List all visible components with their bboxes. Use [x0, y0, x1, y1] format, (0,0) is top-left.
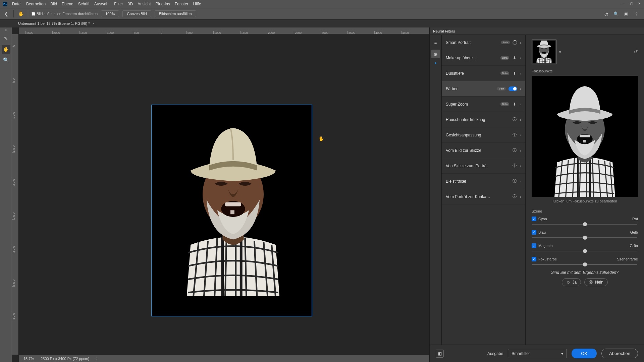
slider-knob[interactable] — [583, 236, 587, 240]
feedback-no-button[interactable]: ☹Nein — [584, 278, 608, 286]
info-icon[interactable]: ⓘ — [512, 163, 517, 169]
status-zoom[interactable]: 15,7% — [23, 357, 34, 361]
slider-track[interactable] — [532, 264, 637, 265]
menu-fenster[interactable]: Fenster — [175, 2, 189, 6]
menu-3d[interactable]: 3D — [128, 2, 133, 6]
menu-bearbeiten[interactable]: Bearbeiten — [26, 2, 46, 6]
filter-row[interactable]: Vom Bild zur Skizzeⓘ› — [442, 143, 525, 158]
slider-checkbox[interactable]: ✓ — [532, 230, 536, 235]
slider-knob[interactable] — [583, 262, 587, 266]
loading-icon — [513, 40, 517, 45]
output-select[interactable]: Smartfilter▾ — [508, 349, 567, 358]
filter-row[interactable]: FärbenBeta› — [442, 81, 525, 97]
chevron-down-icon[interactable]: ▾ — [559, 50, 561, 54]
menu-schrift[interactable]: Schrift — [78, 2, 90, 6]
ruler-tick: 4 0 0 — [12, 312, 15, 320]
slider-checkbox[interactable]: ✓ — [532, 257, 536, 261]
ruler-tick: 2500 — [25, 31, 33, 34]
options-bar: ❮ ✋ Bildlauf in allen Fenstern durchführ… — [0, 8, 644, 19]
ruler-tick: 3500 — [347, 31, 355, 34]
cancel-button[interactable]: Abbrechen — [601, 349, 638, 358]
info-icon[interactable]: ⓘ — [512, 117, 517, 122]
hand-tool[interactable]: ✋ — [2, 45, 10, 54]
preview-toggle-icon[interactable]: ◧ — [436, 350, 444, 358]
slider-knob[interactable] — [583, 249, 587, 253]
close-icon[interactable]: ✕ — [637, 1, 642, 6]
scroll-all-checkbox[interactable]: Bildlauf in allen Fenstern durchführen — [32, 12, 98, 16]
edit-toolbar-icon[interactable]: ✎ — [2, 34, 10, 43]
filter-row[interactable]: Von Skizze zum Porträtⓘ› — [442, 158, 525, 174]
ruler-tick: 3000 — [321, 31, 328, 34]
filter-row[interactable]: Bleistiftfilterⓘ› — [442, 174, 525, 189]
filter-row[interactable]: Gesichtsanpassungⓘ› — [442, 127, 525, 143]
ruler-vertical[interactable]: 05 01 0 01 5 02 0 02 5 03 0 03 5 04 0 0 — [12, 34, 19, 355]
menu-ebene[interactable]: Ebene — [62, 2, 73, 6]
canvas-area[interactable]: 2500200015001000500050010001500200025003… — [12, 27, 429, 362]
ruler-tick: 2000 — [267, 31, 275, 34]
menu-datei[interactable]: Datei — [12, 2, 21, 6]
fit-screen-button[interactable]: Ganzes Bild — [122, 10, 151, 17]
panel-category-tabs: ≡ ◉ — [430, 35, 442, 345]
slider-left-label: Magenta — [538, 244, 553, 248]
download-icon[interactable]: ⬇ — [512, 102, 517, 107]
info-icon[interactable]: ⓘ — [512, 147, 517, 153]
menu-bar: Ps Datei Bearbeiten Bild Ebene Schrift A… — [0, 0, 644, 8]
menu-ansicht[interactable]: Ansicht — [138, 2, 151, 6]
slider-track[interactable] — [532, 251, 637, 251]
ruler-tick: 5 0 — [12, 78, 15, 83]
scene-label: Szene — [532, 209, 638, 213]
minimize-icon[interactable]: — — [621, 1, 626, 6]
download-icon[interactable]: ⬇ — [512, 56, 517, 60]
menu-plugins[interactable]: Plug-ins — [156, 2, 170, 6]
ok-button[interactable]: OK — [572, 349, 597, 358]
slider-track[interactable] — [532, 224, 637, 225]
category-all-icon[interactable]: ≡ — [431, 38, 440, 47]
filter-row[interactable]: Make-up übertr…Beta⬇› — [442, 50, 525, 66]
menu-filter[interactable]: Filter — [114, 2, 123, 6]
search-icon[interactable]: 🔍 — [613, 11, 619, 17]
filter-row[interactable]: DunsttiefeBeta⬇› — [442, 66, 525, 81]
face-thumbnail[interactable] — [532, 40, 556, 64]
tool-strip: ⠿ ✎ ✋ 🔍 — [0, 27, 12, 362]
ruler-tick: 0 — [160, 31, 162, 34]
zoom-100-button[interactable]: 100% — [101, 10, 119, 17]
filter-toggle[interactable] — [508, 86, 517, 91]
info-icon[interactable]: ⓘ — [512, 132, 517, 138]
toolbar-grip-icon[interactable]: ⠿ — [5, 29, 7, 32]
feedback-text: Sind Sie mit dem Ergebnis zufrieden? — [532, 270, 638, 275]
info-icon[interactable]: ⓘ — [512, 178, 517, 184]
share-icon[interactable]: ⇪ — [633, 11, 639, 17]
status-more-icon[interactable]: 〉 — [96, 356, 100, 361]
hand-tool-icon[interactable]: ✋ — [17, 10, 24, 17]
filter-row[interactable]: Vom Porträt zur Karika…ⓘ› — [442, 189, 525, 204]
fill-screen-button[interactable]: Bildschirm ausfüllen — [155, 10, 196, 17]
slider-checkbox[interactable]: ✓ — [532, 243, 536, 248]
ruler-tick: 4500 — [401, 31, 409, 34]
chevron-right-icon: › — [520, 56, 521, 60]
info-icon[interactable]: ⓘ — [512, 194, 517, 199]
filter-row[interactable]: Rauschunterdrückungⓘ› — [442, 112, 525, 127]
reset-icon[interactable]: ↺ — [634, 49, 638, 55]
feedback-yes-button[interactable]: ☺Ja — [562, 278, 581, 286]
focus-preview[interactable] — [532, 76, 638, 197]
download-icon[interactable]: ⬇ — [512, 71, 517, 76]
cloud-icon[interactable]: ◔ — [603, 11, 609, 17]
ruler-horizontal[interactable]: 2500200015001000500050010001500200025003… — [19, 27, 429, 34]
slider-track[interactable] — [532, 237, 637, 238]
menu-auswahl[interactable]: Auswahl — [94, 2, 109, 6]
menu-bild[interactable]: Bild — [50, 2, 57, 6]
workspace-icon[interactable]: ▣ — [623, 11, 629, 17]
tab-close-icon[interactable]: × — [92, 21, 94, 25]
document-tab[interactable]: Unbenannt-1 bei 15,7% (Ebene 1, RGB/8) *… — [15, 20, 98, 27]
filter-row[interactable]: Smart PortraitBeta› — [442, 35, 525, 50]
home-icon[interactable]: ❮ — [3, 10, 10, 17]
menu-hilfe[interactable]: Hilfe — [193, 2, 201, 6]
maximize-icon[interactable]: ▢ — [629, 1, 634, 6]
slider-checkbox[interactable]: ✓ — [532, 217, 536, 221]
filter-row[interactable]: Super ZoomBeta⬇› — [442, 97, 525, 112]
category-portrait-icon[interactable]: ◉ — [431, 50, 440, 58]
slider-knob[interactable] — [583, 222, 587, 226]
zoom-tool[interactable]: 🔍 — [2, 56, 10, 64]
ruler-tick: 500 — [133, 31, 139, 34]
frown-icon: ☹ — [589, 280, 593, 285]
